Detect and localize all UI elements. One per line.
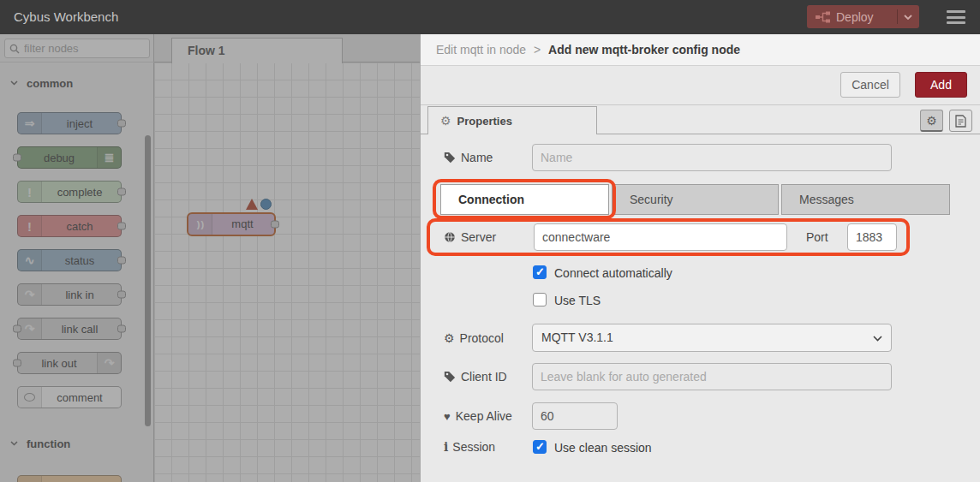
hamburger-icon [947,10,965,13]
use-tls-checkbox[interactable] [533,293,547,306]
edit-tray: Edit mqtt in node > Add new mqtt-broker … [420,34,980,482]
app-header: Cybus Workbench Deploy [0,0,980,34]
server-input[interactable] [534,223,787,251]
client-id-input[interactable] [532,363,892,390]
app-window: Cybus Workbench Deploy [0,0,980,482]
tray-tab-bar: ⚙ Properties ⚙ [421,105,980,134]
breadcrumb-parent-link[interactable]: Edit mqtt in node [436,43,526,57]
tab-properties-label: Properties [457,115,512,128]
gear-icon: ⚙ [440,115,451,127]
tag-icon [444,371,456,383]
keep-alive-field-label: ♥ Keep Alive [444,402,512,430]
gear-icon: ⚙ [444,332,455,344]
protocol-select[interactable]: MQTT V3.1.1 [532,324,892,352]
protocol-field-label: ⚙ Protocol [444,324,504,352]
tag-icon [444,152,456,164]
session-field-label: i Session [444,438,495,455]
port-field-label: Port [806,223,828,251]
keep-alive-input[interactable] [532,402,618,430]
client-id-field-label: Client ID [444,363,507,390]
node-settings-button[interactable]: ⚙ [920,110,943,132]
tab-connection[interactable]: Connection [440,184,609,215]
tray-toolbar: Cancel Add [421,66,980,105]
deploy-dropdown-caret[interactable] [897,9,919,24]
cancel-button[interactable]: Cancel [840,72,900,98]
deploy-icon [816,11,830,23]
chevron-down-icon [873,336,882,342]
add-button[interactable]: Add [915,72,967,98]
modal-shade [0,34,420,482]
info-icon: i [444,440,448,454]
use-tls-label: Use TLS [554,294,601,307]
description-button[interactable] [949,110,972,132]
deploy-label: Deploy [836,10,874,24]
breadcrumb-current: Add new mqtt-broker config node [548,43,740,57]
breadcrumb: Edit mqtt in node > Add new mqtt-broker … [421,34,980,66]
use-clean-session-checkbox[interactable] [533,440,547,454]
tab-security[interactable]: Security [612,184,779,215]
main-menu-button[interactable] [945,8,967,27]
name-field-label: Name [444,144,493,171]
breadcrumb-separator: > [534,43,541,57]
globe-icon [444,231,456,243]
chevron-down-icon [904,15,912,20]
name-input[interactable] [532,144,892,171]
use-clean-session-label: Use clean session [554,441,652,455]
connect-automatically-label: Connect automatically [554,266,672,280]
deploy-button[interactable]: Deploy [807,5,919,28]
heartbeat-icon: ♥ [444,410,451,423]
protocol-select-value: MQTT V3.1.1 [541,330,613,344]
document-icon [955,115,966,128]
connect-automatically-checkbox[interactable] [533,265,547,279]
config-form: Name Connection Security Messages Server… [421,134,980,482]
tab-messages[interactable]: Messages [781,184,950,215]
port-input[interactable] [847,223,897,251]
gear-icon: ⚙ [926,115,937,127]
server-field-label: Server [444,223,496,251]
tab-properties[interactable]: ⚙ Properties [427,106,597,134]
app-title: Cybus Workbench [14,0,118,34]
